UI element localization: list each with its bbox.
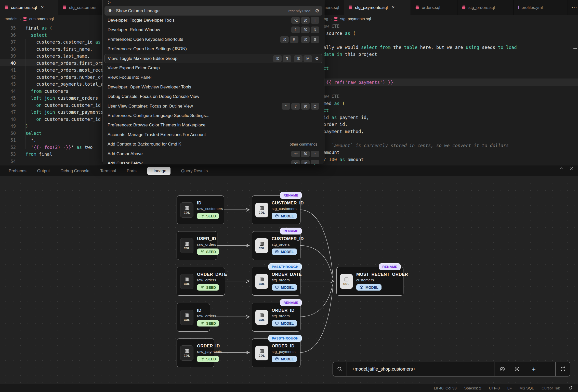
palette-item[interactable]: Add Cursor Below⌥⌘↓ [104, 159, 322, 164]
seed-badge: SEED [197, 213, 219, 219]
panel-tab-terminal[interactable]: Terminal [100, 168, 116, 173]
palette-item[interactable]: User View Container: Focus on Outline Vi… [104, 101, 322, 111]
tab-orders-sql[interactable]: orders.sql [411, 0, 457, 15]
bell-icon[interactable] [568, 385, 573, 390]
code-token: -- `amount` is currently stored in cents… [313, 142, 509, 149]
code-line: * [313, 72, 517, 79]
palette-item[interactable]: Developer: Reload Window⇧⌘R [104, 25, 322, 35]
tab-customers-sql[interactable]: customers.sql✕ [0, 0, 58, 15]
status-item-4[interactable]: LF [507, 386, 512, 390]
tab-stg_payments-sql[interactable]: stg_payments.sql✕ [344, 0, 411, 15]
keycap: R [290, 36, 298, 43]
palette-item-label: Preferences: Open Keyboard Shortcuts [108, 37, 278, 42]
palette-item[interactable]: Add Context to Background for Cmd Kother… [104, 139, 322, 149]
palette-item[interactable]: Add Cursor Above⌥⌘↑ [104, 149, 322, 159]
status-item-6[interactable]: Cursor Tab [542, 386, 560, 390]
palette-item[interactable]: View: Expand Editor Group [104, 63, 322, 73]
col-label: COL [184, 282, 190, 285]
database-icon [334, 17, 338, 21]
palette-item[interactable]: dbt: Show Column Lineagerecently used⚙ [104, 6, 322, 16]
badge-label: MODEL [281, 214, 294, 218]
chevron-up-icon[interactable] [559, 166, 564, 171]
code-token: two [82, 144, 93, 151]
command-palette-prompt[interactable]: > [103, 0, 324, 6]
palette-item[interactable]: Accounts: Manage Trusted Extensions For … [104, 130, 322, 139]
tab-close-icon[interactable]: ✕ [41, 5, 44, 10]
database-icon [415, 5, 419, 10]
code-line: from source [313, 163, 517, 165]
rename-badge: RENAME [280, 299, 302, 306]
tab-stg_orders-sql[interactable]: stg_orders.sql [457, 0, 514, 15]
palette-item[interactable]: Preferences: Open Keyboard Shortcuts⌘R⌘S [104, 35, 322, 44]
zoom-out-button[interactable]: − [545, 365, 549, 373]
zoom-in-button[interactable]: + [532, 365, 536, 373]
tab-close-icon[interactable]: ✕ [391, 5, 395, 10]
status-item-2[interactable]: Spaces: 2 [464, 386, 481, 390]
close-icon[interactable] [569, 166, 574, 171]
gear-icon[interactable]: ⚙ [315, 8, 319, 13]
node-staging-stg_orders-order_date[interactable]: COLORDER_DATEstg_ordersMODELPASSTHROUGH [252, 267, 300, 296]
code-line: -- `amount` is currently stored in cents… [313, 142, 517, 149]
node-target[interactable]: COLMOST_RECENT_ORDERcustomersMODELRENAME [336, 267, 403, 296]
yaml-warning-icon: ! [518, 5, 519, 10]
breadcrumb-file[interactable]: stg_payments.sql [340, 17, 371, 21]
target-eye-icon[interactable] [514, 366, 520, 372]
palette-item[interactable]: Debug Console: Focus on Debug Console Vi… [104, 92, 322, 101]
panel-tab-lineage[interactable]: Lineage [147, 167, 170, 175]
palette-item[interactable]: Preferences: Open User Settings (JSON) [104, 44, 322, 54]
col-label: COL [259, 282, 265, 285]
node-title: ID [197, 308, 219, 313]
model-badge: MODEL [356, 284, 382, 291]
search-icon[interactable] [333, 362, 347, 376]
breadcrumb[interactable]: models›customers.sql [5, 15, 54, 23]
palette-item[interactable]: Developer: Toggle Developer Tools⌥⌘I [104, 16, 322, 25]
node-staging-stg_orders-order_id[interactable]: COLORDER_IDstg_ordersMODELRENAME [252, 303, 300, 332]
column-icon: COL [180, 202, 193, 218]
palette-item[interactable]: Developer: Open Webview Developer Tools [104, 82, 322, 92]
code-token [25, 32, 31, 39]
tab-profiles-yml[interactable]: !profiles.yml [514, 0, 568, 15]
code-token: as [339, 156, 345, 163]
tab-overflow-icon[interactable]: ⋯ [569, 0, 578, 15]
code-token [25, 102, 36, 109]
col-label: COL [259, 247, 265, 250]
node-staging-stg_customers-customer_id[interactable]: COLCUSTOMER_IDstg_customersMODELRENAME [252, 195, 300, 224]
refresh-icon[interactable] [556, 362, 570, 376]
node-staging-stg_orders-customer_id[interactable]: COLCUSTOMER_IDstg_ordersMODELRENAME [252, 231, 300, 260]
palette-item[interactable]: Preferences: Browse Color Themes in Mark… [104, 121, 322, 130]
panel-tab-debug-console[interactable]: Debug Console [60, 168, 89, 173]
node-source-raw_customers-id[interactable]: COLIDraw_customersSEED [177, 195, 224, 224]
lineage-canvas[interactable]: COLIDraw_customersSEEDCOLUSER_IDraw_orde… [0, 176, 578, 392]
breadcrumb-file[interactable]: customers.sql [29, 17, 54, 21]
keycap: ⌘ [301, 151, 310, 157]
col-label: COL [184, 318, 190, 321]
node-source-raw_payments-order_id[interactable]: COLORDER_IDraw_paymentsSEED [177, 338, 214, 367]
node-source-raw_orders-id[interactable]: COLIDraw_ordersSEED [177, 303, 210, 332]
passthrough-badge: PASSTHROUGH [268, 263, 302, 270]
palette-item[interactable]: View: Focus into Panel [104, 73, 322, 82]
panel-tab-problems[interactable]: Problems [9, 168, 27, 173]
node-source-raw_orders-order_date[interactable]: COLORDER_DATEraw_ordersSEED [177, 267, 225, 296]
palette-item[interactable]: Preferences: Configure Language Specific… [104, 111, 322, 120]
status-item-1[interactable]: Ln 40, Col 33 [434, 386, 456, 390]
code-token [25, 109, 31, 116]
passthrough-badge: PASSTHROUGH [268, 335, 302, 342]
aperture-icon[interactable] [499, 366, 505, 372]
badge-label: MODEL [281, 250, 294, 254]
node-staging-stg_payments-order_id[interactable]: COLORDER_IDstg_paymentsMODELPASSTHROUGH [252, 338, 300, 367]
code-editor[interactable]: -- new CTEwith source as ({#-Normally we… [313, 23, 517, 165]
seed-badge: SEED [197, 320, 219, 326]
tab-stg_customers[interactable]: stg_customers [58, 0, 105, 15]
line-number: 40 [0, 60, 25, 67]
gear-icon[interactable]: ⚙ [315, 56, 319, 61]
panel-tab-query-results[interactable]: Query Results [181, 168, 208, 173]
palette-item[interactable]: View: Toggle Maximize Editor Group⌘R⌘M⚙ [104, 54, 322, 63]
breadcrumb-folder[interactable]: models [5, 17, 17, 21]
node-subtitle: raw_customers [197, 206, 223, 211]
status-item-5[interactable]: MS SQL [519, 386, 534, 390]
panel-tab-ports[interactable]: Ports [127, 168, 137, 173]
lineage-selector-input[interactable] [351, 366, 494, 372]
panel-tab-output[interactable]: Output [37, 168, 50, 173]
node-source-raw_orders-user_id[interactable]: COLUSER_IDraw_ordersSEED [177, 231, 217, 260]
status-item-3[interactable]: UTF-8 [489, 386, 500, 390]
